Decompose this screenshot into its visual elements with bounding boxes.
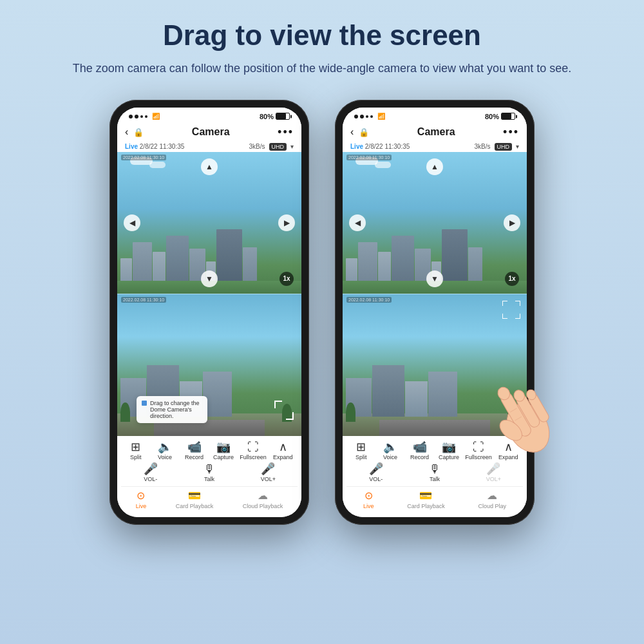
tab-card-left[interactable]: 💳 Card Playback (176, 489, 214, 509)
capture-label-r: Capture (439, 454, 459, 460)
ctrl-capture-r[interactable]: 📷 Capture (436, 441, 462, 460)
tab-cloud-left[interactable]: ☁ Cloud Playback (243, 489, 283, 509)
battery-percent: 80% (260, 113, 274, 120)
camera-area-right: 2022.02.08 11:30:10 ▲ ▼ ◀ ▶ 1x (343, 152, 527, 436)
quality-badge: UHD (269, 143, 287, 151)
ctrl-fullscreen-r[interactable]: ⛶ Fullscreen (465, 441, 492, 460)
focus-bracket-right (502, 301, 520, 319)
arrow-left-left[interactable]: ◀ (124, 214, 140, 231)
back-button[interactable]: ‹ (125, 126, 128, 138)
arrow-up-right[interactable]: ▲ (426, 158, 443, 175)
vol-minus-label-r: VOL- (369, 476, 383, 482)
timestamp-top-left: 2022.02.08 11:30:10 (121, 155, 166, 160)
live-info-r: Live 2/8/22 11:30:35 (350, 143, 410, 150)
controls-row1-right: ⊞ Split 🔈 Voice 📹 Record 📷 Capture (346, 441, 523, 460)
battery-icon (276, 113, 290, 120)
more-button[interactable]: ••• (278, 126, 294, 139)
ctrl-split-r[interactable]: ⊞ Split (348, 441, 374, 460)
ctrl-expand[interactable]: ∧ Expand (270, 441, 296, 460)
ctrl-talk[interactable]: 🎙 Talk (196, 463, 222, 482)
camera-top-right[interactable]: 2022.02.08 11:30:10 ▲ ▼ ◀ ▶ 1x (343, 152, 527, 294)
arrow-right-left[interactable]: ▶ (278, 214, 295, 231)
road-r (379, 420, 490, 436)
card-tab-icon: 💳 (188, 489, 201, 502)
phone-left: 📶 80% ‹ 🔒 Camera ••• (109, 100, 309, 525)
nav-bar-right: ‹ 🔒 Camera ••• (343, 123, 527, 142)
arrow-down-right[interactable]: ▼ (426, 270, 443, 287)
arrow-left-right[interactable]: ◀ (349, 214, 366, 231)
ctrl-vol-plus[interactable]: 🎤 VOL+ (255, 463, 281, 482)
bld-rb3 (405, 381, 428, 417)
cloud-r2 (375, 162, 391, 168)
camera-bottom-right[interactable]: 2022.02.08 11:30:10 (343, 294, 527, 436)
record-label: Record (185, 454, 204, 460)
ctrl-vol-minus-r[interactable]: 🎤 VOL- (363, 463, 389, 482)
tab-live-left[interactable]: ⊙ Live (136, 489, 147, 509)
battery-fill (276, 113, 286, 119)
more-button-r[interactable]: ••• (503, 126, 519, 139)
tab-cloud-right[interactable]: ☁ Cloud Play (478, 489, 507, 509)
wifi-icon: 📶 (152, 113, 160, 120)
vol-plus-label-r: VOL+ (486, 476, 501, 482)
bld-rb2 (372, 365, 404, 417)
info-right: 3kB/s UHD ▾ (249, 143, 294, 151)
ctrl-expand-r[interactable]: ∧ Expand (495, 441, 521, 460)
arrow-down-left[interactable]: ▼ (201, 270, 218, 287)
rdot3 (366, 115, 368, 118)
arrow-up-left[interactable]: ▲ (201, 158, 218, 175)
speed-r: 3kB/s (474, 143, 490, 150)
expand-icon: ∧ (279, 441, 287, 453)
ctrl-split[interactable]: ⊞ Split (123, 441, 149, 460)
nav-left: ‹ 🔒 (125, 126, 144, 138)
vol-plus-icon: 🎤 (261, 463, 275, 475)
ctrl-voice-r[interactable]: 🔈 Voice (377, 441, 403, 460)
nav-left-r: ‹ 🔒 (350, 126, 369, 138)
timestamp-top-right: 2022.02.08 11:30:10 (346, 155, 392, 160)
info-bar-left: Live 2/8/22 11:30:35 3kB/s UHD ▾ (117, 142, 301, 152)
battery-container: 80% (260, 113, 290, 120)
ctrl-talk-r[interactable]: 🎙 Talk (422, 463, 448, 482)
split-icon: ⊞ (131, 441, 140, 453)
camera-top-left[interactable]: 2022.02.08 11:30:10 ▲ ▼ ◀ ▶ 1x (117, 152, 301, 294)
tab-live-right[interactable]: ⊙ Live (363, 489, 374, 509)
buildings-bottom-r (343, 365, 527, 417)
camera-area-left: 2022.02.08 11:30:10 ▲ ▼ ◀ ▶ 1x (117, 152, 301, 436)
ctrl-vol-plus-r[interactable]: 🎤 VOL+ (480, 463, 506, 482)
cloud-tab-icon-r: ☁ (487, 489, 497, 502)
timestamp-bottom-left: 2022.02.08 11:30:10 (121, 297, 166, 303)
record-icon-r: 📹 (413, 441, 427, 453)
dropdown-arrow-r[interactable]: ▾ (516, 143, 519, 150)
datetime-r: 2/8/22 11:30:35 (365, 143, 410, 150)
ctrl-fullscreen[interactable]: ⛶ Fullscreen (240, 441, 267, 460)
phone-right: 📶 80% ‹ 🔒 Camera ••• (335, 100, 535, 525)
back-button-r[interactable]: ‹ (350, 126, 354, 138)
rdot2 (360, 115, 364, 118)
expand-label: Expand (273, 454, 293, 460)
tree-r2 (507, 404, 517, 422)
record-icon: 📹 (187, 441, 202, 453)
tree1 (120, 402, 130, 422)
wifi-icon-r: 📶 (377, 113, 385, 120)
tab-card-right[interactable]: 💳 Card Playback (407, 489, 445, 509)
dropdown-arrow[interactable]: ▾ (290, 143, 294, 150)
phone-right-inner: 📶 80% ‹ 🔒 Camera ••• (343, 108, 527, 517)
battery-icon-r (501, 113, 515, 120)
live-tab-label-r: Live (363, 503, 374, 509)
ctrl-voice[interactable]: 🔈 Voice (152, 441, 178, 460)
ctrl-capture[interactable]: 📷 Capture (211, 441, 236, 460)
capture-icon-r: 📷 (442, 441, 456, 453)
ctrl-record[interactable]: 📹 Record (182, 441, 207, 460)
arrow-right-right[interactable]: ▶ (504, 214, 520, 231)
ctrl-vol-minus[interactable]: 🎤 VOL- (138, 463, 164, 482)
status-bar-left: 📶 80% (117, 108, 301, 123)
live-badge: Live (125, 143, 138, 150)
ctrl-record-r[interactable]: 📹 Record (407, 441, 433, 460)
camera-bottom-left[interactable]: 2022.02.08 11:30:10 Drag to change the D… (117, 294, 301, 436)
speed: 3kB/s (249, 143, 265, 150)
controls-row1-left: ⊞ Split 🔈 Voice 📹 Record 📷 Capture (121, 441, 298, 460)
voice-label-r: Voice (383, 454, 397, 460)
zoom-badge-top-right: 1x (505, 272, 519, 286)
fullscreen-icon: ⛶ (247, 441, 259, 453)
live-badge-r: Live (350, 143, 363, 150)
phones-container: 📶 80% ‹ 🔒 Camera ••• (0, 87, 644, 525)
